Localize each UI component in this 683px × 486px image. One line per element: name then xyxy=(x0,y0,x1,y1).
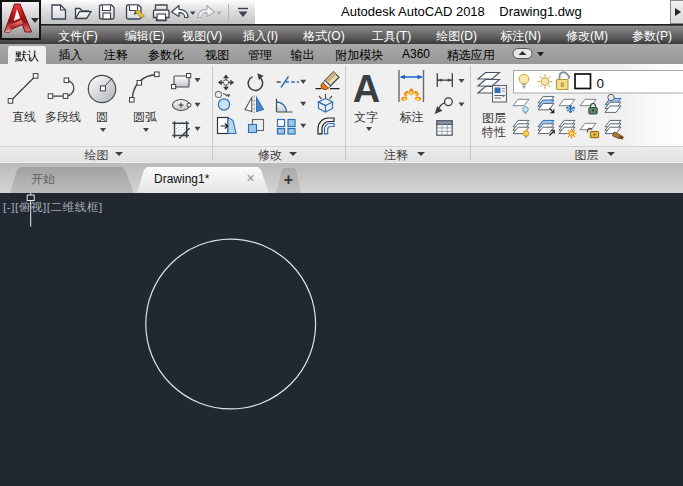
svg-text:0: 0 xyxy=(597,76,605,91)
svg-text:A: A xyxy=(353,68,380,110)
